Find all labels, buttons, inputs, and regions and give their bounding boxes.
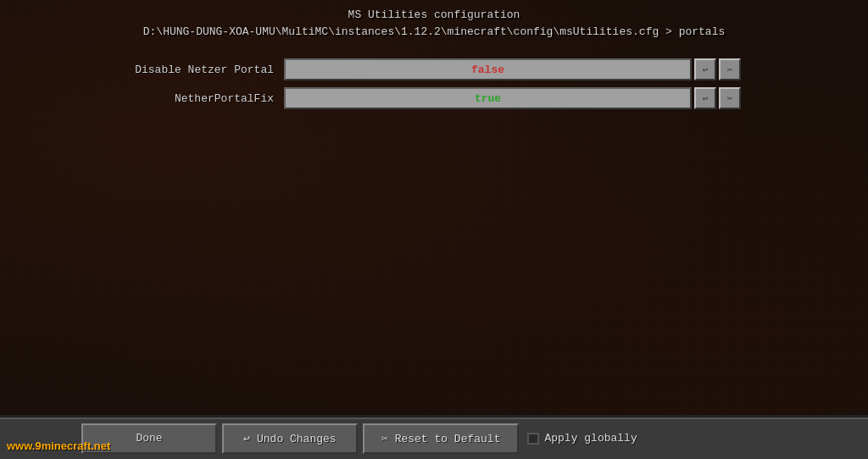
reset-icon: ✂ — [381, 433, 395, 445]
reset-label: Reset to Default — [395, 433, 501, 445]
apply-globally-checkbox[interactable] — [527, 433, 539, 445]
label-disable-netzer: Disable Netzer Portal — [127, 64, 284, 76]
bottom-bar: Done ↩ Undo Changes ✂ Reset to Default A… — [0, 415, 868, 459]
watermark-suffix: .net — [91, 440, 110, 452]
value-container-nether-portal-fix: true ↩ ✂ — [284, 87, 741, 109]
config-row-disable-netzer: Disable Netzer Portal false ↩ ✂ — [127, 58, 741, 80]
undo-btn-nether-portal-fix[interactable]: ↩ — [694, 87, 716, 109]
apply-globally-container: Apply globally — [527, 432, 637, 445]
watermark-name: 9minecraft — [35, 440, 91, 452]
undo-changes-button[interactable]: ↩ Undo Changes — [222, 423, 358, 454]
config-row-nether-portal-fix: NetherPortalFix true ↩ ✂ — [127, 87, 741, 109]
header: MS Utilities configuration D:\HUNG-DUNG-… — [0, 0, 868, 45]
value-nether-portal-fix[interactable]: true — [284, 87, 692, 109]
app-title: MS Utilities configuration — [0, 7, 868, 24]
watermark: www.9minecraft.net — [7, 440, 110, 452]
undo-label: Undo Changes — [257, 433, 337, 445]
undo-btn-disable-netzer[interactable]: ↩ — [694, 58, 716, 80]
reset-btn-disable-netzer[interactable]: ✂ — [719, 58, 741, 80]
undo-icon: ↩ — [243, 433, 257, 445]
value-container-disable-netzer: false ↩ ✂ — [284, 58, 741, 80]
reset-to-default-button[interactable]: ✂ Reset to Default — [363, 423, 519, 454]
reset-btn-nether-portal-fix[interactable]: ✂ — [719, 87, 741, 109]
file-path: D:\HUNG-DUNG-XOA-UMU\MultiMC\instances\1… — [0, 24, 868, 41]
label-nether-portal-fix: NetherPortalFix — [127, 92, 284, 105]
value-disable-netzer[interactable]: false — [284, 58, 692, 80]
apply-globally-label[interactable]: Apply globally — [544, 432, 637, 445]
main-content: MS Utilities configuration D:\HUNG-DUNG-… — [0, 0, 868, 459]
watermark-prefix: www. — [7, 440, 35, 452]
config-area: Disable Netzer Portal false ↩ ✂ NetherPo… — [0, 45, 868, 415]
